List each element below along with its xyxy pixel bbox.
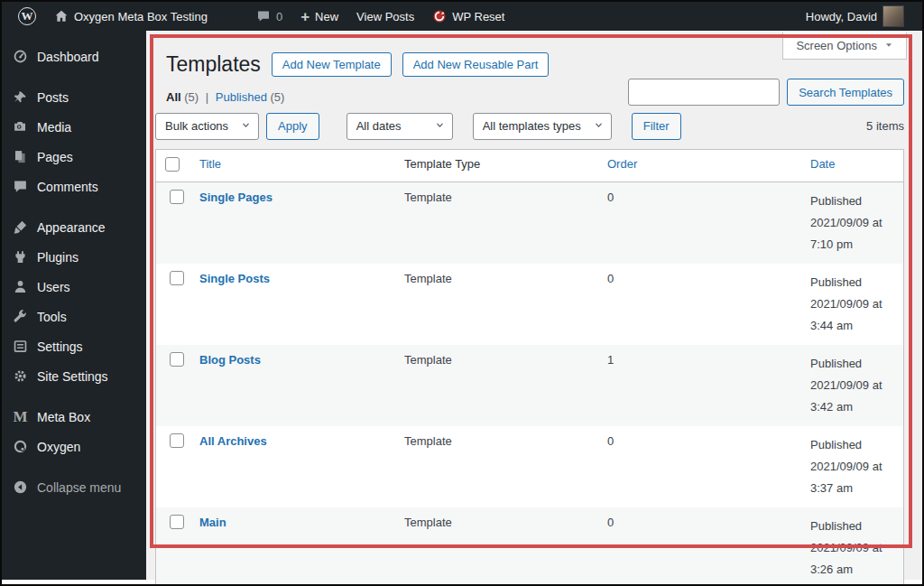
site-name: Oxygen Meta Box Testing <box>74 10 208 23</box>
sidebar-item-meta-box[interactable]: M Meta Box <box>2 402 146 432</box>
wp-reset-menu[interactable]: WP Reset <box>425 2 512 31</box>
account-menu[interactable]: Howdy, David <box>799 2 911 31</box>
bulk-actions-select[interactable]: Bulk actions <box>155 113 259 140</box>
sidebar-label: Dashboard <box>37 50 99 64</box>
template-order: 1 <box>598 345 801 375</box>
table-row: Single Posts Template 0 Published2021/09… <box>156 264 903 345</box>
screen-options-label: Screen Options <box>796 39 877 52</box>
sidebar-label: Collapse menu <box>37 480 121 495</box>
wp-reset-icon <box>432 9 447 23</box>
sidebar-label: Appearance <box>37 220 106 235</box>
sidebar-item-settings[interactable]: Settings <box>2 331 146 361</box>
template-date: Published2021/09/09 at3:26 am <box>801 507 903 586</box>
filter-button[interactable]: Filter <box>632 113 681 140</box>
table-header-row: Title Template Type Order Date <box>156 150 903 182</box>
template-types-select[interactable]: All templates types <box>473 113 612 140</box>
sidebar-item-site-settings[interactable]: Site Settings <box>2 361 146 391</box>
search-templates-button[interactable]: Search Templates <box>787 79 904 106</box>
sidebar-label: Settings <box>37 340 83 354</box>
sidebar-item-pages[interactable]: Pages <box>2 142 146 172</box>
sidebar-label: Posts <box>37 90 69 105</box>
chevron-down-icon <box>884 39 893 52</box>
add-new-reusable-part-button[interactable]: Add New Reusable Part <box>402 52 550 77</box>
new-label: New <box>315 10 338 23</box>
sidebar-label: Meta Box <box>37 410 90 424</box>
add-new-template-button[interactable]: Add New Template <box>272 52 392 77</box>
select-all-checkbox[interactable] <box>165 157 180 172</box>
template-title-link[interactable]: Single Posts <box>199 272 270 285</box>
template-date: Published2021/09/09 at3:44 am <box>801 264 903 345</box>
template-date: Published2021/09/09 at3:42 am <box>801 345 903 426</box>
row-checkbox[interactable] <box>170 352 184 367</box>
sidebar-label: Pages <box>37 150 73 164</box>
view-published-link[interactable]: Published (5) <box>216 90 285 104</box>
sidebar-item-tools[interactable]: Tools <box>2 302 146 331</box>
view-posts-link[interactable]: View Posts <box>349 2 421 31</box>
row-checkbox[interactable] <box>170 433 184 448</box>
pushpin-icon <box>13 89 28 105</box>
collapse-arrow-icon <box>13 479 28 495</box>
view-all-link[interactable]: All (5) <box>166 90 199 104</box>
sidebar-item-comments[interactable]: Comments <box>2 172 146 201</box>
gear-icon <box>13 368 28 384</box>
oxygen-logo-icon <box>13 439 28 454</box>
template-title-link[interactable]: Blog Posts <box>199 353 261 367</box>
sidebar-item-plugins[interactable]: Plugins <box>2 242 146 272</box>
chevron-down-icon <box>241 119 251 133</box>
sidebar-item-users[interactable]: Users <box>2 272 146 302</box>
column-date-sort[interactable]: Date <box>810 157 835 171</box>
templates-table: Title Template Type Order Date Single Pa… <box>155 149 904 586</box>
screen-options-tab[interactable]: Screen Options <box>782 33 907 60</box>
template-date: Published2021/09/09 at7:10 pm <box>801 182 903 264</box>
table-row: Blog Posts Template 1 Published2021/09/0… <box>156 345 903 426</box>
user-avatar <box>882 5 904 27</box>
template-order: 0 <box>598 264 801 293</box>
pages-icon <box>13 149 28 164</box>
column-order-sort[interactable]: Order <box>607 157 637 171</box>
meta-box-m-icon: M <box>13 409 28 424</box>
sidebar-item-posts[interactable]: Posts <box>2 82 146 112</box>
admin-sidebar: Dashboard Posts Media Pages Comments <box>2 31 146 580</box>
template-type: Template <box>395 426 598 456</box>
row-checkbox[interactable] <box>170 190 184 204</box>
all-dates-select[interactable]: All dates <box>346 113 453 140</box>
template-title-link[interactable]: Single Pages <box>199 191 273 204</box>
admin-content: Screen Options Search Templates Template… <box>146 31 922 580</box>
sidebar-item-collapse-menu[interactable]: Collapse menu <box>2 472 146 502</box>
view-separator: | <box>206 90 208 104</box>
new-content-button[interactable]: + New <box>293 2 346 31</box>
sidebar-label: Media <box>37 120 71 135</box>
sidebar-item-appearance[interactable]: Appearance <box>2 212 146 242</box>
sidebar-item-oxygen[interactable]: Oxygen <box>2 432 146 461</box>
person-icon <box>13 279 28 294</box>
template-order: 0 <box>598 507 801 537</box>
sidebar-label: Oxygen <box>37 440 80 454</box>
comments-count: 0 <box>276 10 282 23</box>
sidebar-item-dashboard[interactable]: Dashboard <box>2 42 146 71</box>
comments-bubble-button[interactable]: 0 <box>249 2 290 31</box>
view-posts-label: View Posts <box>356 10 414 23</box>
table-row: Single Pages Template 0 Published2021/09… <box>156 182 903 264</box>
column-title-sort[interactable]: Title <box>199 157 221 171</box>
template-title-link[interactable]: Main <box>199 516 226 529</box>
search-box: Search Templates <box>628 79 904 106</box>
table-row: Main Template 0 Published2021/09/09 at3:… <box>156 507 903 586</box>
column-template-type: Template Type <box>395 150 598 178</box>
sidebar-label: Plugins <box>37 250 79 265</box>
search-input[interactable] <box>628 79 780 106</box>
template-type: Template <box>395 507 598 537</box>
page-title: Templates <box>166 52 261 78</box>
wordpress-logo-icon: W <box>18 7 36 25</box>
apply-button[interactable]: Apply <box>266 113 319 140</box>
row-checkbox[interactable] <box>170 515 184 529</box>
dashboard-gauge-icon <box>13 49 28 64</box>
sidebar-item-media[interactable]: Media <box>2 112 146 142</box>
admin-bar: W Oxygen Meta Box Testing 0 + New View <box>2 2 922 31</box>
tablenav-top: Bulk actions Apply All dates All templat… <box>155 113 904 140</box>
plus-icon: + <box>300 9 310 24</box>
template-title-link[interactable]: All Archives <box>199 434 267 448</box>
wordpress-menu-button[interactable]: W <box>11 2 43 31</box>
row-checkbox[interactable] <box>170 271 184 285</box>
plug-icon <box>13 249 28 265</box>
site-name-link[interactable]: Oxygen Meta Box Testing <box>47 2 215 31</box>
